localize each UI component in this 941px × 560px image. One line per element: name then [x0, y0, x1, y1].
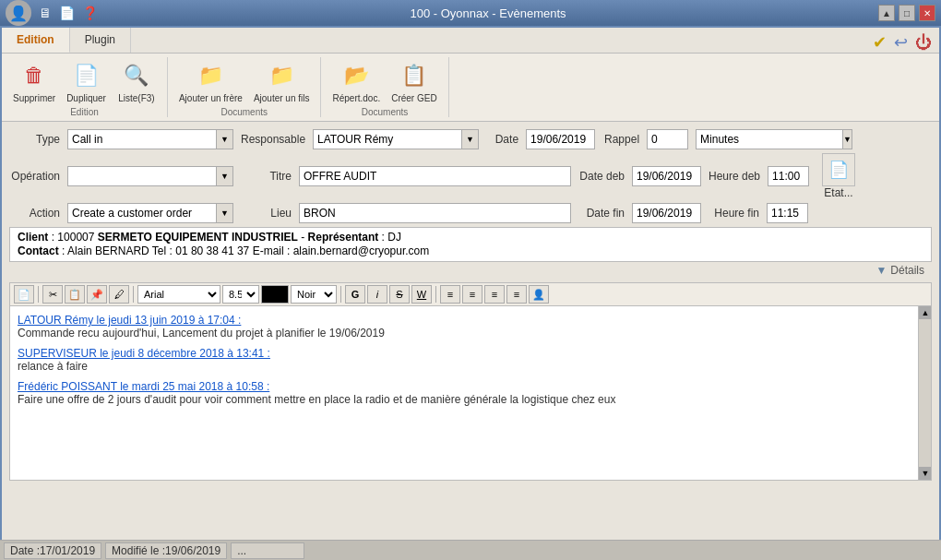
client-bar: Client : 100007 SERMETO EQUIPEMENT INDUS… — [9, 227, 932, 262]
operation-input[interactable] — [67, 166, 217, 186]
tab-edition[interactable]: Edition — [2, 28, 70, 53]
ribbon: Edition Plugin ✔ ↩ ⏻ 🗑 Supprimer 📄 — [2, 28, 939, 122]
delete-icon: 🗑 — [18, 59, 51, 92]
color-select[interactable]: Noir — [291, 285, 337, 304]
tab-plugin[interactable]: Plugin — [70, 28, 131, 53]
avatar: 👤 — [6, 0, 31, 26]
align-center-btn[interactable]: ≡ — [462, 285, 482, 304]
ribbon-group-docs2-items: 📂 Répert.doc. 📋 Créer GED — [328, 57, 440, 105]
entry-3-header[interactable]: Frédéric POISSANT le mardi 25 mai 2018 à… — [18, 380, 923, 393]
back-button[interactable]: ↩ — [894, 32, 908, 53]
ribbon-group-documents1: 📁 Ajouter un frère 📁 Ajouter un fils Doc… — [168, 57, 322, 117]
align-right-btn[interactable]: ≡ — [484, 285, 505, 304]
contact-row: Contact : Alain BERNARD Tel : 01 80 38 4… — [18, 244, 923, 257]
document-icon: 📄 — [59, 6, 75, 20]
rappel-unit-dropdown-btn[interactable]: ▼ — [843, 129, 852, 149]
window-body: Edition Plugin ✔ ↩ ⏻ 🗑 Supprimer 📄 — [0, 26, 941, 560]
font-select[interactable]: Arial — [137, 285, 220, 304]
representant-value: DJ — [387, 231, 401, 244]
type-dropdown-btn[interactable]: ▼ — [217, 129, 233, 149]
entry-2: SUPERVISEUR le jeudi 8 décembre 2018 à 1… — [18, 347, 923, 373]
representant-separator: - — [301, 231, 307, 244]
entry-1-header[interactable]: LATOUR Rémy le jeudi 13 juin 2019 à 17:0… — [18, 314, 923, 327]
liste-button[interactable]: 🔍 Liste(F3) — [113, 57, 160, 105]
rappel-input[interactable] — [647, 129, 688, 149]
scroll-down-btn[interactable]: ▼ — [919, 467, 932, 480]
tel-label: Tel — [152, 244, 166, 257]
documents1-group-label: Documents — [220, 107, 268, 117]
lieu-input[interactable] — [299, 203, 571, 223]
heure-fin-input[interactable] — [767, 203, 808, 223]
heure-deb-input[interactable] — [768, 166, 809, 186]
client-id: 100007 — [57, 231, 94, 244]
align-left-btn[interactable]: ≡ — [440, 285, 460, 304]
date-fin-input[interactable] — [632, 203, 701, 223]
heure-deb-label: Heure deb — [709, 170, 760, 183]
folder-fils-icon: 📁 — [265, 59, 298, 92]
entry-2-header[interactable]: SUPERVISEUR le jeudi 8 décembre 2018 à 1… — [18, 347, 923, 360]
type-combo: ▼ — [67, 129, 233, 149]
table-btn[interactable]: 👤 — [529, 285, 549, 304]
ribbon-content: 🗑 Supprimer 📄 Dupliquer 🔍 Liste(F3) Edit… — [2, 54, 939, 121]
rappel-unit-input[interactable] — [696, 129, 843, 149]
creer-ged-button[interactable]: 📋 Créer GED — [387, 57, 440, 105]
scroll-up-btn[interactable]: ▲ — [919, 306, 932, 319]
documents2-group-label: Documents — [362, 107, 409, 117]
date-deb-input[interactable] — [632, 166, 701, 186]
minimize-button[interactable]: ▲ — [878, 5, 895, 21]
type-input[interactable] — [67, 129, 217, 149]
ajouter-fils-button[interactable]: 📁 Ajouter un fils — [250, 57, 314, 105]
toolbar-sep-2 — [133, 286, 134, 303]
status-bar: Date : 17/01/2019 Modifié le : 19/06/201… — [0, 540, 941, 560]
maximize-button[interactable]: □ — [899, 5, 915, 21]
italic-btn[interactable]: i — [367, 285, 387, 304]
rappel-unit-combo: ▼ — [696, 129, 779, 149]
title-bar: 👤 🖥 📄 ❓ 100 - Oyonnax - Evènements ▲ □ ✕ — [0, 0, 941, 26]
ribbon-group-docs1-items: 📁 Ajouter un frère 📁 Ajouter un fils — [175, 57, 314, 105]
responsable-input[interactable] — [313, 129, 462, 149]
details-label: Détails — [890, 264, 924, 277]
repertdoc-button[interactable]: 📂 Répert.doc. — [328, 57, 384, 105]
close-button[interactable]: ✕ — [919, 5, 935, 21]
action-combo: ▼ — [67, 203, 233, 223]
etat-button[interactable]: 📄 Etat... — [822, 153, 855, 199]
folder-open-icon: 📂 — [339, 59, 373, 92]
new-doc-btn[interactable]: 📄 — [14, 285, 34, 304]
contact-name: Alain BERNARD — [67, 244, 149, 257]
ribbon-group-edition: 🗑 Supprimer 📄 Dupliquer 🔍 Liste(F3) Edit… — [2, 57, 168, 117]
titre-input[interactable] — [299, 166, 571, 186]
align-justify-btn[interactable]: ≡ — [506, 285, 527, 304]
copy-btn[interactable]: 📋 — [65, 285, 85, 304]
entry-1-text: Commande recu aujourd'hui, Lancement du … — [18, 327, 923, 340]
entry-2-text: relance à faire — [18, 360, 923, 373]
strikethrough-btn[interactable]: S — [389, 285, 410, 304]
supprimer-button[interactable]: 🗑 Supprimer — [9, 57, 59, 105]
size-select[interactable]: 8.5 — [222, 285, 259, 304]
ajouter-frere-button[interactable]: 📁 Ajouter un frère — [175, 57, 246, 105]
text-editor[interactable]: LATOUR Rémy le jeudi 13 juin 2019 à 17:0… — [9, 305, 932, 481]
ribbon-group-documents2: 📂 Répert.doc. 📋 Créer GED Documents — [321, 57, 448, 117]
folder-frere-icon: 📁 — [194, 59, 227, 92]
liste-label: Liste(F3) — [118, 93, 154, 103]
color-box — [261, 285, 289, 304]
toolbar-sep-3 — [340, 286, 341, 303]
email-label: E-mail — [253, 244, 284, 257]
highlight-btn[interactable]: 🖊 — [109, 285, 129, 304]
scrollbar[interactable]: ▲ ▼ — [918, 306, 931, 480]
power-button[interactable]: ⏻ — [915, 33, 932, 53]
dupliquer-button[interactable]: 📄 Dupliquer — [63, 57, 110, 105]
details-button[interactable]: ▼ Détails — [875, 264, 924, 277]
status-user-value: ... — [237, 544, 246, 557]
action-input[interactable] — [67, 203, 217, 223]
cut-btn[interactable]: ✂ — [42, 285, 63, 304]
responsable-dropdown-btn[interactable]: ▼ — [462, 129, 479, 149]
etat-icon: 📄 — [822, 153, 855, 186]
confirm-button[interactable]: ✔ — [873, 32, 887, 53]
paste-btn[interactable]: 📌 — [87, 285, 107, 304]
underline-btn[interactable]: W — [411, 285, 432, 304]
date-input[interactable] — [526, 129, 595, 149]
bold-btn[interactable]: G — [345, 285, 365, 304]
action-dropdown-btn[interactable]: ▼ — [217, 203, 233, 223]
operation-dropdown-btn[interactable]: ▼ — [217, 166, 233, 186]
window-controls: ▲ □ ✕ — [878, 5, 935, 21]
